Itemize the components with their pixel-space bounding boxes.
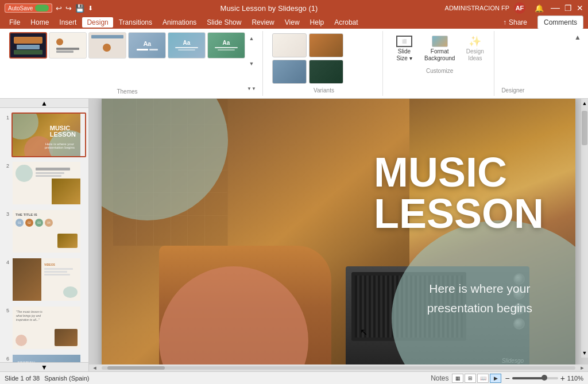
reading-view-btn[interactable]: 📖 (477, 374, 489, 383)
theme-thumb-5[interactable]: Aa (168, 32, 206, 59)
slide-panel-scroll[interactable]: 1 MUSICLESSON Here is where yourpresenta… (0, 108, 88, 362)
menu-slideshow[interactable]: Slide Show (202, 17, 246, 28)
zoom-controls: − + 110% (505, 374, 583, 383)
menu-bar: File Home Insert Design Transitions Anim… (0, 16, 588, 29)
title-bar-center: Music Lesson by Slidesgo (1) (93, 4, 444, 13)
theme-thumb-6[interactable]: Aa (207, 32, 245, 59)
vertical-scrollbar[interactable]: ▲ ▼ (581, 99, 588, 358)
variant-3[interactable] (272, 60, 307, 84)
autosave-toggle[interactable] (35, 5, 49, 11)
slide-item-1[interactable]: 1 MUSICLESSON Here is where yourpresenta… (2, 113, 86, 157)
theme-4-preview: Aa (137, 40, 158, 51)
design-ideas-label: DesignIdeas (466, 48, 484, 62)
theme-scroll-up[interactable]: ▲ (247, 34, 256, 42)
theme-thumb-1[interactable] (9, 32, 47, 59)
presentation-slide: Slidesgo MUSIC LESSON Here is where your… (102, 99, 575, 364)
normal-view-btn[interactable]: ▦ (452, 374, 463, 383)
slide-number-3: 3 (2, 211, 9, 217)
minimize-btn[interactable]: — (551, 3, 560, 13)
title-bar-right: ADMINISTRACION FP AF 🔔 — ❐ ✕ (445, 2, 583, 14)
hscroll-thumb[interactable] (107, 366, 165, 370)
format-bg-icon (432, 36, 448, 47)
slide-thumb-3[interactable]: THE TITLE IS 01 02 03 04 (11, 209, 86, 254)
ribbon-collapse-icon[interactable]: 🔔 (535, 4, 544, 13)
slide-sorter-btn[interactable]: ⊞ (465, 374, 476, 383)
customize-label: Customize (426, 67, 453, 74)
slide-panel-scroll-up[interactable]: ▲ (0, 99, 88, 108)
menu-acrobat[interactable]: Acrobat (330, 17, 362, 28)
design-ideas-button[interactable]: ✨ DesignIdeas (461, 33, 489, 64)
theme-scroll-down[interactable]: ▼ (247, 60, 256, 68)
themes-label: Themes (117, 87, 137, 95)
slide-item-3[interactable]: 3 THE TITLE IS 01 02 03 04 (2, 209, 86, 254)
slide-thumb-4[interactable]: VIDEOS (11, 257, 86, 302)
ribbon-group-customize: ⬜ SlideSize ▾ FormatBackground ✨ DesignI… (385, 31, 494, 96)
slide-panel-scroll-down[interactable]: ▼ (0, 362, 88, 371)
theme-scroll-arrows: ▲ ▼ ▼▼ (247, 32, 256, 95)
slide-size-button[interactable]: ⬜ SlideSize ▾ (390, 33, 419, 64)
menu-design[interactable]: Design (82, 17, 113, 28)
share-icon: ↑ (503, 18, 506, 26)
vscroll-down-btn[interactable]: ▼ (581, 348, 588, 358)
slide-item-6[interactable]: 6 SECTIONTITLE (2, 354, 86, 362)
vscroll-thumb[interactable] (582, 111, 587, 145)
avatar[interactable]: AF (514, 2, 525, 14)
slide-number-6: 6 (2, 356, 9, 362)
notes-button[interactable]: Notes (431, 374, 448, 382)
zoom-out-btn[interactable]: − (505, 374, 509, 383)
share-button[interactable]: ↑ Share (496, 16, 534, 29)
menu-insert[interactable]: Insert (55, 17, 81, 28)
restore-btn[interactable]: ❐ (564, 3, 572, 13)
variant-4[interactable] (309, 60, 343, 84)
variants-container (272, 33, 376, 84)
slide-item-2[interactable]: 2 (2, 161, 86, 205)
menu-help[interactable]: Help (305, 17, 329, 28)
hscroll-left-btn[interactable]: ◄ (89, 364, 100, 371)
slide-thumb-5[interactable]: "The music lesson iswhat brings joy andi… (11, 305, 86, 350)
theme-thumb-2[interactable] (49, 32, 87, 59)
slide-thumb-2[interactable] (11, 161, 86, 205)
slide-thumb-1[interactable]: MUSICLESSON Here is where yourpresentati… (11, 113, 86, 157)
hscroll-right-btn[interactable]: ► (577, 364, 588, 371)
comments-button[interactable]: Comments (537, 15, 583, 29)
designer-label: Designer (501, 86, 524, 94)
menu-transitions[interactable]: Transitions (114, 17, 157, 28)
slide-thumb-6[interactable]: SECTIONTITLE (11, 354, 86, 362)
customize-buttons: ⬜ SlideSize ▾ FormatBackground ✨ DesignI… (390, 33, 489, 64)
zoom-handle[interactable] (541, 375, 547, 381)
presenter-view-btn[interactable]: ▶ (490, 374, 501, 383)
save-icon[interactable]: 💾 (75, 4, 84, 13)
theme-thumb-3[interactable] (88, 32, 126, 59)
menu-home[interactable]: Home (26, 17, 53, 28)
vscroll-up-btn[interactable]: ▲ (581, 99, 588, 108)
theme-thumb-4[interactable]: Aa (128, 32, 166, 59)
theme-scroll-more[interactable]: ▼▼ (247, 84, 256, 92)
h-scrollbar[interactable]: ◄ ► (89, 364, 588, 371)
app-title: Music Lesson by Slidesgo (1) (220, 4, 318, 13)
title-bar-left: AutoSave ↩ ↪ 💾 ⬇ (5, 3, 93, 13)
zoom-level[interactable]: 110% (567, 375, 583, 382)
hscroll-track[interactable] (102, 366, 575, 370)
redo-icon[interactable]: ↪ (65, 4, 72, 13)
close-btn[interactable]: ✕ (577, 3, 583, 13)
format-bg-label: FormatBackground (424, 48, 455, 62)
variant-2[interactable] (309, 33, 343, 57)
autosave-badge[interactable]: AutoSave (5, 3, 52, 13)
menu-view[interactable]: View (280, 17, 304, 28)
menu-animations[interactable]: Animations (158, 17, 201, 28)
slide-info: Slide 1 of 38 (5, 375, 40, 382)
ribbon-collapse-btn[interactable]: ▲ (574, 33, 581, 41)
menu-review[interactable]: Review (247, 17, 278, 28)
more-tools-icon[interactable]: ⬇ (88, 5, 93, 12)
zoom-in-btn[interactable]: + (560, 374, 565, 383)
zoom-slider[interactable] (512, 377, 558, 379)
undo-icon[interactable]: ↩ (56, 4, 62, 13)
slide-item-4[interactable]: 4 VIDEOS (2, 257, 86, 302)
theme-1-preview (14, 36, 42, 55)
variant-1[interactable] (272, 33, 307, 57)
vscroll-track[interactable] (581, 108, 588, 348)
slide-item-5[interactable]: 5 "The music lesson iswhat brings joy an… (2, 305, 86, 350)
menu-file[interactable]: File (5, 17, 25, 28)
format-background-button[interactable]: FormatBackground (421, 33, 458, 64)
themes-row: Aa Aa (9, 32, 245, 59)
